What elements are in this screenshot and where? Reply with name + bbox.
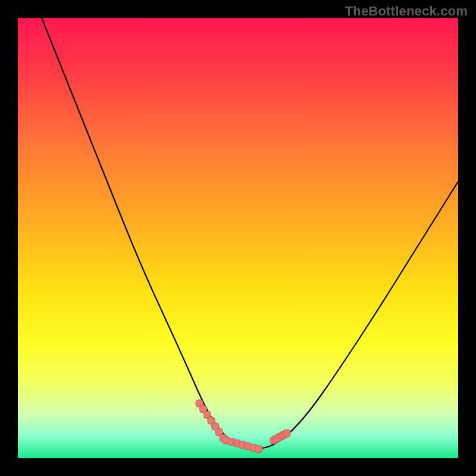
trough-markers-group: [196, 400, 290, 453]
trough-marker: [255, 446, 262, 453]
trough-marker: [283, 430, 290, 437]
chart-svg: [18, 18, 458, 458]
bottleneck-curve: [42, 18, 458, 449]
plot-area: [18, 18, 458, 458]
outer-black-frame: TheBottleneck.com: [0, 0, 476, 476]
watermark-text: TheBottleneck.com: [345, 4, 468, 19]
